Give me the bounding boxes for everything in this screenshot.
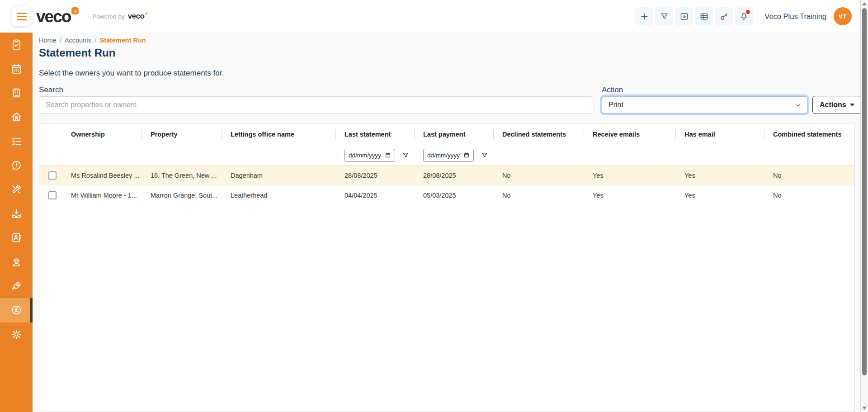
col-ownership: Ownership [66, 123, 142, 145]
page-title: Statement Run [39, 47, 115, 59]
search-input[interactable] [39, 96, 594, 114]
filter-button[interactable] [655, 7, 673, 25]
svg-text:£: £ [14, 307, 18, 313]
notification-badge [746, 10, 750, 14]
main-content: Home/Accounts/Statement Run Statement Ru… [33, 33, 860, 412]
sidebar-item-downloads[interactable] [0, 202, 33, 226]
topbar-actions: Veco Plus Training VT [633, 0, 852, 33]
sidebar-item-maintenance[interactable] [0, 177, 33, 201]
col-property: Property [142, 123, 222, 145]
plus-icon [640, 12, 649, 21]
add-button[interactable] [635, 7, 653, 25]
header-checkbox-cell [39, 123, 66, 145]
logo-plus-badge: + [71, 7, 79, 14]
sidebar-item-messages[interactable] [0, 153, 33, 177]
app-window: veco + Powered by veco + [0, 0, 868, 412]
hamburger-menu-button[interactable] [12, 6, 32, 26]
funnel-small-icon [481, 152, 488, 159]
cell-property: Marron Grange, Sout... [142, 185, 222, 205]
pound-circle-icon: £ [11, 304, 22, 316]
sidebar-item-settings[interactable] [0, 322, 33, 346]
sidebar-item-contacts[interactable] [0, 226, 33, 250]
cell-receive-emails: Yes [584, 166, 675, 185]
inbox-download-icon [11, 208, 22, 219]
row-checkbox[interactable] [48, 191, 57, 199]
cell-ownership: Mr William Moore - 1... [66, 185, 142, 205]
cell-combined: No [764, 166, 854, 185]
notifications-button[interactable] [735, 7, 753, 25]
breadcrumb-accounts[interactable]: Accounts [65, 37, 92, 44]
contractor-icon [11, 256, 22, 268]
cell-last-payment: 28/08/2025 [414, 166, 493, 185]
caret-down-icon [850, 104, 854, 106]
avatar[interactable]: VT [834, 7, 852, 25]
col-has-email: Has email [675, 123, 764, 145]
last-statement-filter-button[interactable] [402, 152, 410, 159]
col-last-payment: Last payment [414, 123, 493, 145]
action-selected-value: Print [609, 101, 623, 109]
cell-declined: No [493, 166, 584, 185]
cell-declined: No [493, 185, 584, 205]
last-payment-filter-button[interactable] [481, 152, 488, 159]
action-select[interactable]: Print [602, 96, 807, 114]
table-header-row: Ownership Property Lettings office name … [39, 123, 854, 145]
box-arrow-down-icon [679, 12, 689, 21]
key-icon [719, 12, 729, 21]
cell-last-statement: 04/04/2025 [335, 185, 414, 205]
checklist-icon [11, 136, 22, 147]
table-row: Ms Rosalind Beesley ... 16, The Green, N… [39, 166, 854, 185]
sidebar-item-offices[interactable] [0, 81, 33, 105]
funnel-small-icon [402, 152, 410, 159]
sidebar-item-checklist[interactable] [0, 129, 33, 153]
funnel-icon [660, 12, 669, 21]
table-view-button[interactable] [695, 7, 713, 25]
cell-receive-emails: Yes [584, 185, 675, 205]
logo-text: veco [36, 8, 71, 25]
calendar-small-icon [463, 152, 470, 158]
sidebar-item-landlords[interactable] [0, 105, 33, 129]
last-statement-date-filter[interactable]: dd/mm/yyyy [344, 149, 395, 162]
top-bar: veco + Powered by veco + [0, 0, 868, 33]
scroll-up-arrow[interactable] [862, 2, 867, 5]
powered-by: Powered by veco + [92, 12, 147, 21]
scroll-down-arrow[interactable] [862, 407, 867, 410]
row-checkbox[interactable] [48, 171, 57, 180]
breadcrumb-home[interactable]: Home [39, 37, 57, 44]
cell-property: 16, The Green, New ... [142, 166, 222, 185]
house-person-icon [11, 111, 22, 123]
key-button[interactable] [715, 7, 733, 25]
table-filter-row: dd/mm/yyyy dd/mm/yyy [39, 145, 854, 166]
sidebar-item-tasks[interactable] [0, 33, 33, 57]
col-receive-emails: Receive emails [584, 123, 675, 145]
breadcrumb-current: Statement Run [99, 37, 146, 44]
scrollbar-thumb[interactable] [862, 8, 867, 375]
sidebar-nav: £ [0, 33, 33, 412]
page-subtitle: Select the owners you want to produce st… [39, 69, 224, 78]
sidebar-item-contractors[interactable] [0, 250, 33, 274]
veco-logo: veco + Powered by veco + [36, 0, 148, 33]
cell-has-email: Yes [675, 185, 764, 205]
search-label: Search [39, 85, 63, 95]
tools-icon [11, 184, 22, 195]
vertical-scrollbar [860, 0, 868, 412]
sidebar-item-calendar[interactable] [0, 57, 33, 81]
account-name[interactable]: Veco Plus Training [764, 12, 826, 21]
contact-book-icon [11, 232, 22, 243]
col-last-statement: Last statement [335, 123, 414, 145]
table-grid-icon [699, 12, 709, 21]
breadcrumb-separator: / [60, 37, 61, 44]
calendar-small-icon [385, 152, 391, 158]
table-row: Mr William Moore - 1... Marron Grange, S… [39, 185, 854, 205]
cell-combined: No [764, 185, 854, 205]
sidebar-item-accounts[interactable]: £ [0, 298, 33, 322]
calendar-icon [11, 63, 22, 75]
last-payment-date-filter[interactable]: dd/mm/yyyy [423, 149, 474, 162]
cell-office: Leatherhead [222, 185, 335, 205]
cell-last-statement: 28/08/2025 [335, 166, 414, 185]
cell-last-payment: 05/03/2025 [414, 185, 493, 205]
export-button[interactable] [675, 7, 693, 25]
building-icon [11, 87, 22, 99]
actions-button[interactable]: Actions [812, 96, 862, 114]
sidebar-item-marketing[interactable] [0, 274, 33, 298]
hamburger-icon [17, 13, 27, 14]
